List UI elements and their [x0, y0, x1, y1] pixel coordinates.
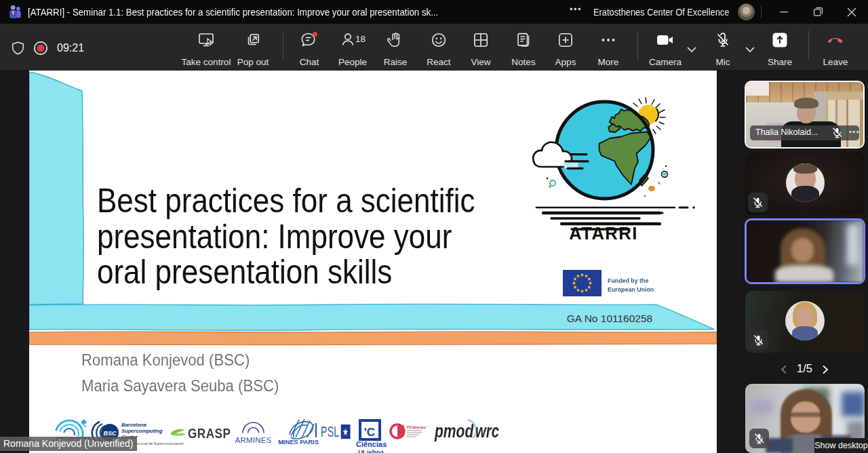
svg-text:MINES PARIS: MINES PARIS — [278, 439, 319, 446]
svg-text:ATARRI: ATARRI — [569, 224, 638, 243]
svg-text:'C: 'C — [364, 426, 375, 439]
svg-text:Barcelona: Barcelona — [121, 422, 146, 428]
svg-text:FCiências°: FCiências° — [407, 425, 427, 429]
svg-text:ARMINES: ARMINES — [235, 436, 272, 444]
svg-text:Supercomputing: Supercomputing — [121, 428, 163, 434]
svg-text:18: 18 — [355, 34, 366, 44]
svg-text:BSC: BSC — [103, 430, 117, 437]
svg-text:T: T — [12, 10, 15, 16]
